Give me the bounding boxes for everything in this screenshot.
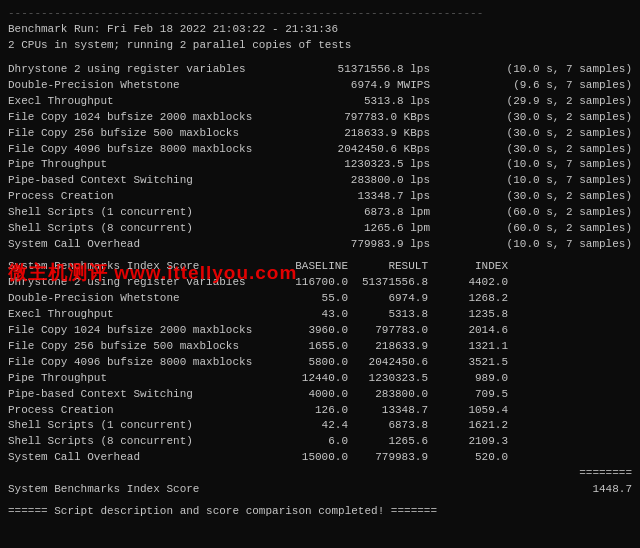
table-cell-label: Process Creation	[8, 403, 268, 419]
table-cell-index: 2014.6	[428, 323, 508, 339]
result-value: 1230323.5 lps	[330, 157, 430, 173]
table-cell-result: 1230323.5	[348, 371, 428, 387]
result-extra: (60.0 s, 2 samples)	[492, 205, 632, 221]
result-row: Dhrystone 2 using register variables5137…	[8, 62, 632, 78]
table-col-result: RESULT	[348, 259, 428, 275]
result-extra: (30.0 s, 2 samples)	[492, 126, 632, 142]
table-cell-index: 1321.1	[428, 339, 508, 355]
result-row: Shell Scripts (8 concurrent)1265.6 lpm(6…	[8, 221, 632, 237]
result-value: 6873.8 lpm	[330, 205, 430, 221]
divider-top: ----------------------------------------…	[8, 6, 632, 22]
table-cell-index: 3521.5	[428, 355, 508, 371]
result-value: 283800.0 lps	[330, 173, 430, 189]
table-row: System Call Overhead15000.0779983.9520.0	[8, 450, 632, 466]
result-label: Dhrystone 2 using register variables	[8, 62, 268, 78]
table-row: Execl Throughput43.05313.81235.8	[8, 307, 632, 323]
table-row: Dhrystone 2 using register variables1167…	[8, 275, 632, 291]
table-cell-label: File Copy 4096 bufsize 8000 maxblocks	[8, 355, 268, 371]
table-cell-baseline: 4000.0	[268, 387, 348, 403]
bottom-divider: ====== Script description and score comp…	[8, 504, 632, 520]
table-cell-baseline: 42.4	[268, 418, 348, 434]
result-label: Pipe-based Context Switching	[8, 173, 268, 189]
table-cell-baseline: 55.0	[268, 291, 348, 307]
table-cell-index: 520.0	[428, 450, 508, 466]
table-cell-result: 6974.9	[348, 291, 428, 307]
table-cell-result: 51371556.8	[348, 275, 428, 291]
table-cell-index: 2109.3	[428, 434, 508, 450]
result-row: Process Creation13348.7 lps(30.0 s, 2 sa…	[8, 189, 632, 205]
final-score-row: System Benchmarks Index Score1448.7	[8, 482, 632, 498]
table-cell-baseline: 116700.0	[268, 275, 348, 291]
result-label: Process Creation	[8, 189, 268, 205]
result-extra: (9.6 s, 7 samples)	[492, 78, 632, 94]
table-cell-index: 4402.0	[428, 275, 508, 291]
result-label: Double-Precision Whetstone	[8, 78, 268, 94]
table-row: Process Creation126.013348.71059.4	[8, 403, 632, 419]
table-cell-baseline: 126.0	[268, 403, 348, 419]
table-row: Shell Scripts (1 concurrent)42.46873.816…	[8, 418, 632, 434]
table-cell-result: 6873.8	[348, 418, 428, 434]
cpu-info: 2 CPUs in system; running 2 parallel cop…	[8, 38, 632, 54]
result-extra: (10.0 s, 7 samples)	[492, 237, 632, 253]
result-value: 51371556.8 lps	[330, 62, 430, 78]
table-cell-index: 1235.8	[428, 307, 508, 323]
result-value: 6974.9 MWIPS	[330, 78, 430, 94]
table-section: 微主机测评 www.ittellyou.comSystem Benchmarks…	[8, 259, 632, 498]
table-cell-label: File Copy 1024 bufsize 2000 maxblocks	[8, 323, 268, 339]
result-label: Pipe Throughput	[8, 157, 268, 173]
table-col-label: System Benchmarks Index Score	[8, 259, 268, 275]
table-row: File Copy 256 bufsize 500 maxblocks1655.…	[8, 339, 632, 355]
table-cell-baseline: 43.0	[268, 307, 348, 323]
table-header-row: System Benchmarks Index ScoreBASELINERES…	[8, 259, 632, 275]
result-value: 218633.9 KBps	[330, 126, 430, 142]
result-label: File Copy 1024 bufsize 2000 maxblocks	[8, 110, 268, 126]
table-cell-label: Double-Precision Whetstone	[8, 291, 268, 307]
result-extra: (30.0 s, 2 samples)	[492, 189, 632, 205]
table-cell-result: 2042450.6	[348, 355, 428, 371]
table-cell-label: Execl Throughput	[8, 307, 268, 323]
table-row: Pipe Throughput12440.01230323.5989.0	[8, 371, 632, 387]
table-cell-result: 5313.8	[348, 307, 428, 323]
result-label: Shell Scripts (1 concurrent)	[8, 205, 268, 221]
table-row: Double-Precision Whetstone55.06974.91268…	[8, 291, 632, 307]
table-cell-label: Pipe Throughput	[8, 371, 268, 387]
table-cell-baseline: 6.0	[268, 434, 348, 450]
result-extra: (30.0 s, 2 samples)	[492, 110, 632, 126]
results-section: Dhrystone 2 using register variables5137…	[8, 62, 632, 253]
result-extra: (10.0 s, 7 samples)	[492, 173, 632, 189]
result-row: Execl Throughput5313.8 lps(29.9 s, 2 sam…	[8, 94, 632, 110]
table-cell-result: 218633.9	[348, 339, 428, 355]
result-extra: (29.9 s, 2 samples)	[492, 94, 632, 110]
table-cell-baseline: 15000.0	[268, 450, 348, 466]
table-cell-result: 283800.0	[348, 387, 428, 403]
equals-line: ========	[8, 466, 632, 482]
table-col-baseline: BASELINE	[268, 259, 348, 275]
table-cell-label: Dhrystone 2 using register variables	[8, 275, 268, 291]
table-cell-baseline: 5800.0	[268, 355, 348, 371]
final-score-value: 1448.7	[392, 482, 632, 498]
result-label: System Call Overhead	[8, 237, 268, 253]
table-cell-label: Shell Scripts (8 concurrent)	[8, 434, 268, 450]
result-value: 1265.6 lpm	[330, 221, 430, 237]
table-cell-baseline: 3960.0	[268, 323, 348, 339]
table-cell-result: 797783.0	[348, 323, 428, 339]
result-extra: (10.0 s, 7 samples)	[492, 157, 632, 173]
table-cell-label: System Call Overhead	[8, 450, 268, 466]
table-cell-result: 13348.7	[348, 403, 428, 419]
result-extra: (10.0 s, 7 samples)	[492, 62, 632, 78]
result-value: 5313.8 lps	[330, 94, 430, 110]
final-score-label: System Benchmarks Index Score	[8, 482, 268, 498]
result-extra: (60.0 s, 2 samples)	[492, 221, 632, 237]
result-row: Pipe-based Context Switching283800.0 lps…	[8, 173, 632, 189]
table-cell-result: 1265.6	[348, 434, 428, 450]
table-row: Pipe-based Context Switching4000.0283800…	[8, 387, 632, 403]
result-row: Pipe Throughput1230323.5 lps(10.0 s, 7 s…	[8, 157, 632, 173]
table-cell-index: 989.0	[428, 371, 508, 387]
result-label: Execl Throughput	[8, 94, 268, 110]
result-row: File Copy 256 bufsize 500 maxblocks21863…	[8, 126, 632, 142]
result-row: System Call Overhead779983.9 lps(10.0 s,…	[8, 237, 632, 253]
table-cell-result: 779983.9	[348, 450, 428, 466]
table-col-index: INDEX	[428, 259, 508, 275]
table-row: File Copy 1024 bufsize 2000 maxblocks396…	[8, 323, 632, 339]
result-value: 2042450.6 KBps	[330, 142, 430, 158]
